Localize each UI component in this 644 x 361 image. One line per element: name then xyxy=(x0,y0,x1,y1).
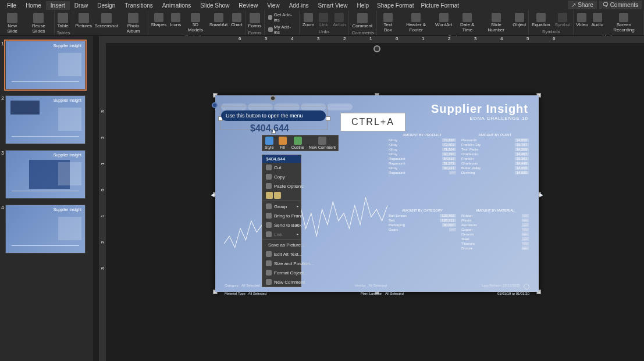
mini-new-comment-button[interactable]: New Comment xyxy=(308,137,337,149)
ctx-send-back[interactable]: Send to Back▸ xyxy=(262,220,301,230)
rotation-handle-inner2[interactable] xyxy=(212,102,218,108)
table-button[interactable]: Table xyxy=(56,12,70,30)
ctx-format-object[interactable]: Format Object... xyxy=(262,268,301,277)
action-button[interactable]: Action xyxy=(331,12,347,29)
tab-design[interactable]: Design xyxy=(92,1,120,10)
table-row: Gears— xyxy=(387,227,457,232)
object-button[interactable]: Object xyxy=(511,12,527,34)
thumb-num-2: 2 xyxy=(0,95,5,144)
tool-tab-picture-format[interactable]: Picture Format xyxy=(417,1,462,10)
ctx-size-position[interactable]: Size and Position... xyxy=(262,259,301,268)
table-row: Rubber— xyxy=(460,213,530,218)
chart-button[interactable]: Chart xyxy=(230,12,244,34)
mini-outline-button[interactable]: Outline xyxy=(290,137,305,149)
smartart-button[interactable]: SmartArt xyxy=(208,12,229,34)
slide-thumb-4[interactable]: Supplier Insight xyxy=(5,205,86,253)
mini-toolbar[interactable]: Style Fill Outline New Comment xyxy=(262,135,339,151)
tab-view[interactable]: View xyxy=(262,1,284,10)
thumb-num-4: 4 xyxy=(0,205,5,253)
big-number: $404,644 xyxy=(250,123,289,134)
amount-by-product-table: AMOUNT BY PRODUCT Kilroy73,888Kilroy72,4… xyxy=(387,133,457,175)
tab-animations[interactable]: Animations xyxy=(158,1,195,10)
ctx-alt-text[interactable]: Edit Alt Text... xyxy=(262,249,301,259)
screenshot-button[interactable]: Screenshot xyxy=(94,12,119,35)
context-menu-header: $404,644 xyxy=(262,155,301,163)
thumb-num-3: 3 xyxy=(0,150,5,199)
wordart-button[interactable]: WordArt xyxy=(435,12,453,34)
amount-by-material-table: AMOUNT BY MATERIAL Rubber—Plastic—Alumin… xyxy=(460,209,530,251)
editing-area[interactable]: 3210123 Supplier Insight EDNA CHALLENGE … xyxy=(99,43,644,361)
photo-album-button[interactable]: Photo Album xyxy=(120,12,147,35)
video-button[interactable]: Video xyxy=(575,12,589,34)
datetime-button[interactable]: Date & Time xyxy=(454,12,481,34)
mini-style-button[interactable]: Style xyxy=(264,137,275,149)
comments-button[interactable]: 🗨 Comments xyxy=(599,1,642,9)
symbol-button[interactable]: Symbol xyxy=(553,12,572,29)
table-row: Twin Parks14,289 xyxy=(460,147,530,152)
ctx-copy[interactable]: Copy xyxy=(262,172,301,181)
icons-button[interactable]: Icons xyxy=(169,12,182,34)
ctx-bring-front[interactable]: Bring to Front▸ xyxy=(262,211,301,220)
tab-insert[interactable]: Insert xyxy=(46,1,70,10)
rotation-handle-inner[interactable] xyxy=(270,95,276,101)
mini-fill-button[interactable]: Fill xyxy=(277,137,288,149)
link-button[interactable]: Link xyxy=(317,12,330,29)
table-row: Pleasanth14,855 xyxy=(460,138,530,142)
slide-thumb-2[interactable]: Supplier Insight xyxy=(5,95,86,144)
shapes-button[interactable]: Shapes xyxy=(150,12,168,34)
slide-thumb-1[interactable]: Supplier Insight xyxy=(5,41,86,90)
callout-text: Use this button to open the menu xyxy=(226,113,303,119)
screen-recording-button[interactable]: Screen Recording xyxy=(606,12,642,34)
ctx-save-picture[interactable]: Save as Picture... xyxy=(262,241,301,249)
tab-review[interactable]: Review xyxy=(234,1,262,10)
get-addins-button[interactable]: Get Add-ins xyxy=(266,12,298,23)
comment-button[interactable]: Comment xyxy=(350,12,374,30)
table-row: Aluminum— xyxy=(460,223,530,227)
share-button[interactable]: ↗ Share xyxy=(568,1,596,9)
tab-addins[interactable]: Add-ins xyxy=(284,1,314,10)
textbox-button[interactable]: Text Box xyxy=(378,12,397,34)
hint-box[interactable]: CTRL+A xyxy=(340,113,405,131)
table-row: Sett128,711 xyxy=(387,218,457,223)
equation-button[interactable]: Equation xyxy=(530,12,552,29)
callout-shape[interactable]: Use this button to open the menu xyxy=(221,110,326,121)
tab-file[interactable]: File xyxy=(2,1,21,10)
slide-canvas[interactable]: Supplier Insight EDNA CHALLENGE 10 Use t… xyxy=(215,95,539,292)
tab-smartview[interactable]: Smart View xyxy=(314,1,353,10)
table-row: Charlevoix14,487 xyxy=(460,152,530,156)
nav-left-icon[interactable]: ◄ xyxy=(209,191,216,198)
tab-help[interactable]: Help xyxy=(353,1,374,10)
3dmodels-button[interactable]: 3D Models xyxy=(183,12,207,34)
nav-right-icon[interactable]: ► xyxy=(538,191,545,198)
sel-handle-inner[interactable] xyxy=(326,116,330,121)
tool-tab-shape-format[interactable]: Shape Format xyxy=(373,1,417,10)
tab-home[interactable]: Home xyxy=(21,1,46,10)
header-footer-button[interactable]: Header & Footer xyxy=(399,12,433,34)
tab-transitions[interactable]: Transitions xyxy=(120,1,158,10)
menubar: File Home Insert Draw Design Transitions… xyxy=(0,0,644,10)
reuse-slides-button[interactable]: Reuse Slides xyxy=(24,12,52,35)
zoom-button[interactable]: Zoom xyxy=(301,12,316,29)
info-icon[interactable] xyxy=(524,284,529,289)
paste-option-1-icon[interactable] xyxy=(266,192,273,199)
new-slide-button[interactable]: New Slide xyxy=(1,12,23,35)
ctx-cut[interactable]: Cut xyxy=(262,163,301,172)
slide-thumb-3[interactable]: Supplier Insight xyxy=(5,150,86,199)
tab-slideshow[interactable]: Slide Show xyxy=(195,1,234,10)
paste-option-2-icon[interactable] xyxy=(274,192,281,199)
tab-draw[interactable]: Draw xyxy=(70,1,92,10)
my-addins-button[interactable]: My Add-ins xyxy=(266,24,298,35)
table-row: Ragasaintt54,515 xyxy=(387,156,457,161)
audio-button[interactable]: Audio xyxy=(590,12,604,34)
table-row: Kilroy60,746 xyxy=(387,152,457,156)
slidenumber-button[interactable]: Slide Number xyxy=(482,12,510,34)
table-row: Packaging80,000 xyxy=(387,223,457,227)
slide-footer-2: Material Type All Selected Plant Locatio… xyxy=(225,292,529,295)
rotation-handle-outer[interactable] xyxy=(373,45,380,52)
ctx-group[interactable]: Group▸ xyxy=(262,202,301,211)
table-row: Franklin City15,787 xyxy=(460,142,530,147)
forms-button[interactable]: Forms xyxy=(247,12,264,30)
context-menu: $404,644 Cut Copy Paste Options: Group▸ … xyxy=(262,155,301,287)
pictures-button[interactable]: Pictures xyxy=(74,12,93,35)
group-tables-label: Tables xyxy=(56,30,72,36)
